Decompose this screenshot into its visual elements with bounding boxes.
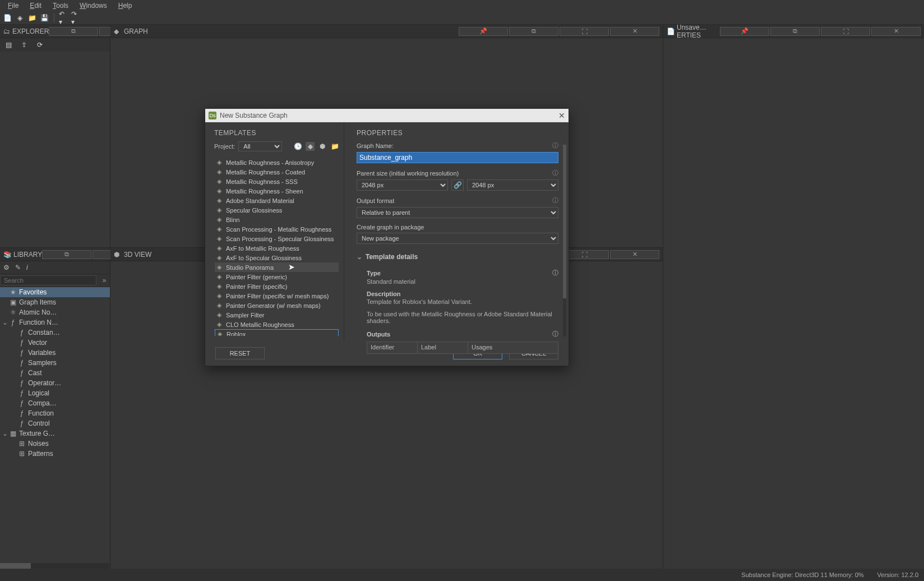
col-label: Label — [418, 342, 468, 353]
properties-heading: PROPERTIES — [357, 129, 558, 137]
col-usages: Usages — [468, 342, 558, 353]
template-item[interactable]: ◈Painter Filter (generic) — [215, 272, 339, 282]
size-width-select[interactable]: 2048 px — [357, 179, 448, 191]
template-item[interactable]: ◈AxF to Specular Glossiness — [215, 253, 339, 262]
graph-name-input[interactable] — [357, 152, 558, 163]
template-item[interactable]: ◈Painter Filter (specific) — [215, 282, 339, 291]
template-item[interactable]: ◈Metallic Roughness - Sheen — [215, 186, 339, 196]
graph-name-label: Graph Name: — [357, 142, 394, 149]
reset-button[interactable]: RESET — [215, 347, 265, 359]
outputs-table: Identifier Label Usages — [367, 342, 558, 354]
info-icon[interactable]: ⓘ — [552, 269, 558, 277]
template-item[interactable]: ◈Painter Generator (w/ mesh maps) — [215, 301, 339, 310]
template-item[interactable]: ◈CLO Metallic Roughness — [215, 320, 339, 329]
template-item[interactable]: ◈Metallic Roughness - SSS — [215, 177, 339, 186]
info-icon[interactable]: ⓘ — [552, 330, 558, 338]
cube-icon[interactable]: ⬢ — [318, 142, 327, 151]
description-value-2: To be used with the Metallic Roughness o… — [367, 311, 558, 324]
folder-icon[interactable]: 📁 — [330, 142, 339, 151]
template-item[interactable]: ◈Metallic Roughness - Coated — [215, 167, 339, 177]
template-item[interactable]: ◈Studio Panorama — [215, 262, 339, 272]
template-item[interactable]: ◈Roblox — [215, 329, 339, 336]
templates-heading: TEMPLATES — [214, 129, 339, 137]
template-item[interactable]: ◈Sampler Filter — [215, 310, 339, 320]
output-format-label: Output format — [357, 197, 394, 204]
type-label: Type — [367, 270, 381, 276]
template-item[interactable]: ◈Scan Processing - Specular Glossiness — [215, 234, 339, 243]
info-icon[interactable]: ⓘ — [552, 196, 558, 205]
template-item[interactable]: ◈Adobe Standard Material — [215, 196, 339, 205]
template-item[interactable]: ◈AxF to Metallic Roughness — [215, 243, 339, 253]
create-package-label: Create graph in package — [357, 224, 424, 230]
dialog-close-icon[interactable]: ✕ — [558, 111, 565, 120]
size-height-select[interactable]: 2048 px — [467, 179, 558, 191]
project-label: Project: — [214, 143, 235, 150]
template-item[interactable]: ◈Painter Filter (specific w/ mesh maps) — [215, 291, 339, 301]
template-item[interactable]: ◈Metallic Roughness - Anisotropy — [215, 158, 339, 167]
template-item[interactable]: ◈Blinn — [215, 215, 339, 224]
info-icon[interactable]: ⓘ — [552, 141, 558, 150]
project-select[interactable]: All — [238, 141, 282, 151]
templates-pane: TEMPLATES Project: All 🕓 ◆ ⬢ 📁 ◈Metallic… — [205, 122, 344, 341]
template-item[interactable]: ◈Scan Processing - Metallic Roughness — [215, 224, 339, 234]
info-icon[interactable]: ⓘ — [552, 169, 558, 177]
properties-pane: PROPERTIES Graph Name:ⓘ Parent size (ini… — [344, 122, 569, 341]
output-format-select[interactable]: Relative to parent — [357, 207, 558, 218]
app-logo-icon: Ds — [209, 112, 216, 119]
type-value: Standard material — [367, 278, 558, 285]
col-identifier: Identifier — [367, 342, 418, 353]
outputs-label: Outputs — [367, 331, 390, 338]
template-item[interactable]: ◈Specular Glossiness — [215, 205, 339, 215]
chevron-down-icon: ⌄ — [357, 253, 362, 261]
description-value-1: Template for Roblox's Material Variant. — [367, 298, 558, 305]
dialog-titlebar[interactable]: Ds New Substance Graph ✕ — [205, 109, 569, 122]
graph-type-icon[interactable]: ◆ — [306, 142, 315, 151]
description-label: Description — [367, 290, 401, 297]
link-size-icon[interactable]: 🔗 — [451, 179, 464, 191]
properties-scrollbar[interactable] — [563, 145, 566, 336]
new-substance-graph-dialog: Ds New Substance Graph ✕ TEMPLATES Proje… — [205, 108, 569, 366]
template-details-header[interactable]: ⌄ Template details — [357, 253, 558, 261]
dialog-title-text: New Substance Graph — [220, 112, 288, 119]
template-list[interactable]: ◈Metallic Roughness - Anisotropy◈Metalli… — [214, 157, 339, 336]
create-package-select[interactable]: New package — [357, 233, 558, 244]
recent-icon[interactable]: 🕓 — [293, 142, 302, 151]
parent-size-label: Parent size (initial working resolution) — [357, 170, 459, 177]
